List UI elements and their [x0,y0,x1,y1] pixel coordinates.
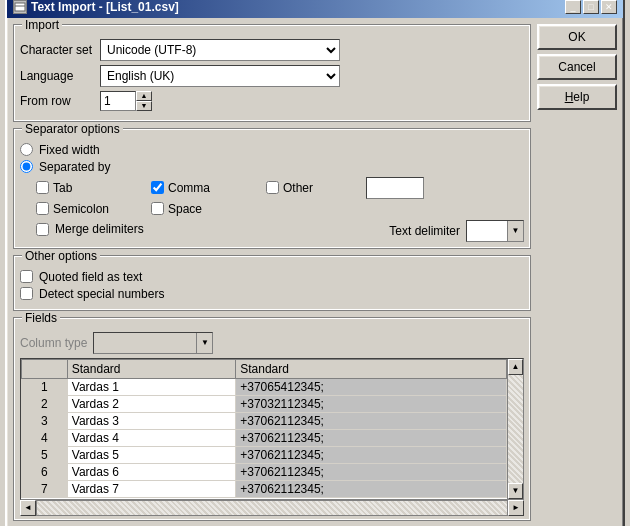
semicolon-item: Semicolon [36,202,151,216]
separated-by-radio[interactable] [20,160,33,173]
scroll-right-button[interactable]: ► [508,500,524,516]
row-number: 7 [22,480,68,497]
help-button[interactable]: Help [537,84,617,110]
space-checkbox[interactable] [151,202,164,215]
separated-by-label: Separated by [39,160,110,174]
cell-col1: Vardas 6 [67,463,235,480]
from-row-label: From row [20,94,100,108]
spinner-up[interactable]: ▲ [136,91,152,101]
vertical-scrollbar[interactable]: ▲ ▼ [507,359,523,499]
minimize-button[interactable]: _ [565,0,581,14]
detect-special-row: Detect special numbers [20,287,524,301]
spinner-down[interactable]: ▼ [136,101,152,111]
language-row: Language English (UK) [20,65,524,87]
col-header-2: Standard [236,359,507,378]
col-header-num [22,359,68,378]
row-number: 5 [22,446,68,463]
row-number: 2 [22,395,68,412]
table-row: 2Vardas 2+37032112345; [22,395,507,412]
horizontal-scrollbar[interactable]: ◄ ► [20,500,524,516]
scroll-track[interactable] [508,375,523,483]
column-type-arrow: ▼ [196,333,212,353]
detect-special-label: Detect special numbers [39,287,164,301]
column-type-label: Column type [20,336,87,350]
cell-col1: Vardas 5 [67,446,235,463]
separated-by-row: Separated by [20,160,524,174]
language-label: Language [20,69,100,83]
maximize-button[interactable]: □ [583,0,599,14]
table-row: 7Vardas 7+37062112345; [22,480,507,497]
svg-rect-0 [15,3,25,11]
cell-col2: +37032112345; [236,395,507,412]
ok-button[interactable]: OK [537,24,617,50]
cell-col1: Vardas 2 [67,395,235,412]
row-number: 4 [22,429,68,446]
window-icon [13,0,27,14]
cell-col2: +37062112345; [236,463,507,480]
data-table: Standard Standard 1Vardas 1+37065412345;… [21,359,507,498]
scroll-left-button[interactable]: ◄ [20,500,36,516]
main-window: Text Import - [List_01.csv] _ □ ✕ Import… [5,0,625,526]
row-number: 6 [22,463,68,480]
other-item: Other [266,177,366,199]
table-row: 6Vardas 6+37062112345; [22,463,507,480]
detect-special-checkbox[interactable] [20,287,33,300]
fixed-width-radio[interactable] [20,143,33,156]
from-row-row: From row 1 ▲ ▼ [20,91,524,111]
text-delimiter-select[interactable]: ▼ [466,220,524,242]
scroll-up-button[interactable]: ▲ [508,359,523,375]
title-bar: Text Import - [List_01.csv] _ □ ✕ [7,0,623,18]
close-button[interactable]: ✕ [601,0,617,14]
from-row-input[interactable]: 1 [100,91,136,111]
table-row: 3Vardas 3+37062112345; [22,412,507,429]
comma-label: Comma [168,181,210,195]
other-label: Other [283,181,313,195]
column-type-row: Column type ▼ [20,332,524,354]
cell-col2: +37062112345; [236,429,507,446]
other-text-input[interactable] [366,177,424,199]
quoted-field-checkbox[interactable] [20,270,33,283]
semicolon-checkbox[interactable] [36,202,49,215]
merge-delimiters-checkbox[interactable] [36,223,49,236]
cell-col2: +37062112345; [236,480,507,497]
other-options-group: Other options Quoted field as text Detec… [13,255,531,311]
separator-group-label: Separator options [22,122,123,136]
side-panel: OK Cancel Help [537,24,617,525]
other-options-group-label: Other options [22,249,100,263]
cell-col1: Vardas 1 [67,378,235,395]
comma-checkbox[interactable] [151,181,164,194]
merge-delimiters-row: Merge delimiters [36,222,144,236]
import-group: Import Character set Unicode (UTF-8) Lan… [13,24,531,122]
other-checkbox[interactable] [266,181,279,194]
other-input-item [366,177,436,199]
text-delimiter-arrow: ▼ [507,221,523,241]
language-select[interactable]: English (UK) [100,65,340,87]
main-panel: Import Character set Unicode (UTF-8) Lan… [13,24,531,525]
tab-checkbox[interactable] [36,181,49,194]
tab-item: Tab [36,177,151,199]
content-area: Import Character set Unicode (UTF-8) Lan… [7,18,623,527]
fields-group: Fields Column type ▼ [13,317,531,521]
fixed-width-row: Fixed width [20,143,524,157]
cell-col2: +37062112345; [236,412,507,429]
cell-col2: +37062112345; [236,446,507,463]
cell-col1: Vardas 7 [67,480,235,497]
scroll-down-button[interactable]: ▼ [508,483,523,499]
cancel-button[interactable]: Cancel [537,54,617,80]
import-group-label: Import [22,18,62,32]
cell-col1: Vardas 4 [67,429,235,446]
h-scroll-track[interactable] [36,500,508,516]
fixed-width-label: Fixed width [39,143,100,157]
quoted-field-row: Quoted field as text [20,270,524,284]
space-item: Space [151,202,266,216]
semicolon-label: Semicolon [53,202,109,216]
charset-select[interactable]: Unicode (UTF-8) [100,39,340,61]
window-title: Text Import - [List_01.csv] [31,0,179,14]
table-row: 1Vardas 1+37065412345; [22,378,507,395]
space-label: Space [168,202,202,216]
column-type-dropdown[interactable]: ▼ [93,332,213,354]
quoted-field-label: Quoted field as text [39,270,142,284]
row-number: 1 [22,378,68,395]
separator-group: Separator options Fixed width Separated … [13,128,531,249]
data-table-container: Standard Standard 1Vardas 1+37065412345;… [20,358,524,500]
